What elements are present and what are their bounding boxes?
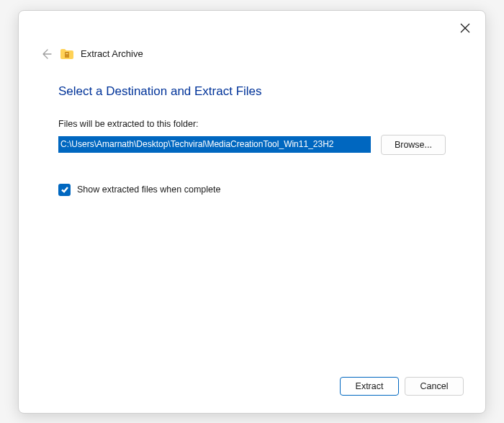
close-button[interactable] xyxy=(458,21,472,35)
extract-button[interactable]: Extract xyxy=(340,377,399,396)
path-input-container xyxy=(58,136,371,153)
archive-folder-icon xyxy=(60,48,73,59)
show-extracted-checkbox-label[interactable]: Show extracted files when complete xyxy=(77,184,220,195)
dialog-footer: Extract Cancel xyxy=(19,377,485,413)
svg-rect-2 xyxy=(65,52,69,58)
path-field-label: Files will be extracted to this folder: xyxy=(58,119,446,129)
back-arrow-icon xyxy=(40,48,52,60)
dialog-title: Extract Archive xyxy=(81,48,143,59)
browse-button[interactable]: Browse... xyxy=(381,135,446,155)
destination-path-input[interactable] xyxy=(58,136,371,152)
page-heading: Select a Destination and Extract Files xyxy=(58,84,446,99)
dialog-header: Extract Archive xyxy=(19,11,485,61)
extract-archive-dialog: Extract Archive Select a Destination and… xyxy=(18,10,486,414)
svg-rect-3 xyxy=(66,53,68,54)
dialog-content: Select a Destination and Extract Files F… xyxy=(19,61,485,377)
checkmark-icon xyxy=(60,185,69,194)
path-row: Browse... xyxy=(58,135,446,155)
close-icon xyxy=(460,23,470,33)
back-button[interactable] xyxy=(39,47,53,61)
show-extracted-checkbox[interactable] xyxy=(58,184,71,196)
cancel-button[interactable]: Cancel xyxy=(405,377,464,396)
show-extracted-checkbox-row: Show extracted files when complete xyxy=(58,184,446,196)
